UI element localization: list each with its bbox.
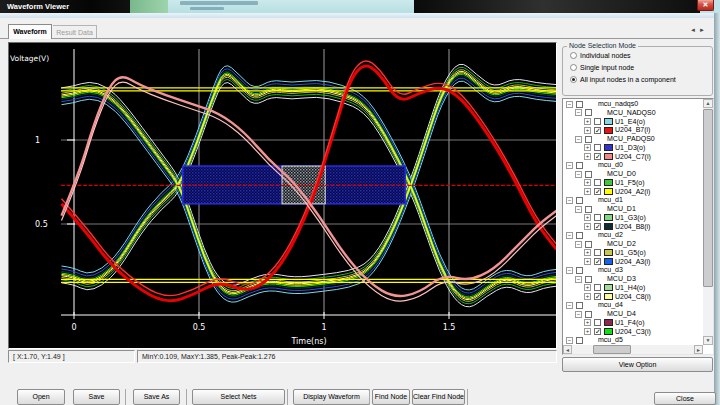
tree-row[interactable]: −mcu_d5 [563,336,704,345]
checkbox[interactable] [594,179,601,186]
tree-row[interactable]: +U1_D3(o) [563,144,704,153]
checkbox[interactable]: ✓ [594,153,601,160]
checkbox[interactable] [576,162,583,169]
scroll-right-icon[interactable]: ► [694,345,703,354]
expand-icon[interactable]: + [584,284,591,291]
tab-scroll-arrows[interactable]: ◄► [690,27,708,33]
checkbox[interactable] [585,206,592,213]
tree-row[interactable]: +U1_G5(o) [563,249,704,258]
expand-icon[interactable]: + [584,328,591,335]
expand-icon[interactable]: + [584,188,591,195]
checkbox[interactable] [585,311,592,318]
tree-row[interactable]: +U1_F5(o) [563,179,704,188]
checkbox[interactable] [585,171,592,178]
tree-row[interactable]: +U1_E4(o) [563,118,704,127]
collapse-icon[interactable]: − [575,206,582,213]
checkbox[interactable] [576,267,583,274]
window-titlebar[interactable]: Waveform Viewer ✕ [0,0,720,13]
radio-icon[interactable] [570,64,577,71]
find-node-button[interactable]: Find Node [372,389,410,405]
collapse-icon[interactable]: − [575,241,582,248]
checkbox[interactable] [594,249,601,256]
tree-row[interactable]: +✓U204_B8(i) [563,223,704,232]
tree-vscroll-thumb[interactable] [703,109,713,287]
checkbox[interactable] [576,101,583,108]
collapse-icon[interactable]: − [575,276,582,283]
collapse-icon[interactable]: − [575,109,582,116]
expand-icon[interactable]: + [584,118,591,125]
save-button[interactable]: Save [73,389,120,405]
collapse-icon[interactable]: − [566,302,573,309]
checkbox[interactable] [594,144,601,151]
tree-row[interactable]: +✓U204_C3(i) [563,328,704,337]
collapse-icon[interactable]: − [566,101,573,108]
checkbox[interactable]: ✓ [594,293,601,300]
checkbox[interactable] [594,284,601,291]
tree-row[interactable]: +✓U204_C8(i) [563,293,704,302]
tree-row[interactable]: −MCU_D4 [563,310,704,319]
expand-icon[interactable]: + [584,214,591,221]
tree-row[interactable]: +U1_G3(o) [563,214,704,223]
close-button[interactable]: Close [654,392,716,405]
tree-row[interactable]: +✓U204_A3(i) [563,258,704,267]
tab-waveform[interactable]: Waveform [8,24,52,39]
checkbox[interactable]: ✓ [594,258,601,265]
tree-row[interactable]: +✓U204_A2(i) [563,188,704,197]
collapse-icon[interactable]: − [566,197,573,204]
checkbox[interactable]: ✓ [594,223,601,230]
collapse-icon[interactable]: − [566,337,573,344]
checkbox[interactable]: ✓ [594,188,601,195]
checkbox[interactable] [594,319,601,326]
expand-icon[interactable]: + [584,153,591,160]
view-option-button[interactable]: View Option [562,357,713,372]
clear-find-node-button[interactable]: Clear Find Node [412,389,465,405]
checkbox[interactable]: ✓ [594,328,601,335]
checkbox[interactable] [585,136,592,143]
tree-row[interactable]: +U1_H4(o) [563,284,704,293]
radio-icon[interactable] [570,52,577,59]
tree-hscroll-thumb[interactable] [593,345,631,354]
display-waveform-button[interactable]: Display Waveform [293,389,370,405]
expand-icon[interactable]: + [584,319,591,326]
checkbox[interactable] [576,232,583,239]
tree-row[interactable]: −mcu_d2 [563,231,704,240]
tree-row[interactable]: −mcu_nadqs0 [563,100,704,109]
collapse-icon[interactable]: − [575,311,582,318]
tree-row[interactable]: −MCU_D1 [563,205,704,214]
tree-hscrollbar[interactable] [563,345,703,354]
collapse-icon[interactable]: − [566,232,573,239]
tree-row[interactable]: −MCU_D2 [563,240,704,249]
checkbox[interactable] [576,337,583,344]
checkbox[interactable] [594,118,601,125]
scroll-down-icon[interactable]: ▼ [703,336,713,345]
expand-icon[interactable]: + [584,144,591,151]
tree-row[interactable]: +✓U204_C7(i) [563,153,704,162]
radio-option-2[interactable]: All input nodes in a component [570,76,676,86]
tree-row[interactable]: −MCU_NADQS0 [563,109,704,118]
collapse-icon[interactable]: − [566,162,573,169]
tree-row[interactable]: −MCU_D3 [563,275,704,284]
checkbox[interactable] [576,197,583,204]
select-nets-button[interactable]: Select Nets [192,389,285,405]
radio-icon[interactable] [570,76,577,83]
expand-icon[interactable]: + [584,223,591,230]
scroll-left-icon[interactable]: ◄ [563,345,572,354]
tree-row[interactable]: +U1_F4(o) [563,319,704,328]
collapse-icon[interactable]: − [566,267,573,274]
tree-row[interactable]: −mcu_d1 [563,196,704,205]
collapse-icon[interactable]: − [575,136,582,143]
node-tree[interactable]: −mcu_nadqs0−MCU_NADQS0+U1_E4(o)+✓U204_B7… [562,98,714,355]
scroll-up-icon[interactable]: ▲ [703,99,713,108]
checkbox[interactable]: ✓ [594,127,601,134]
expand-icon[interactable]: + [584,179,591,186]
radio-option-1[interactable]: Single input node [570,64,634,74]
checkbox[interactable] [585,109,592,116]
expand-icon[interactable]: + [584,249,591,256]
window-close-button[interactable]: ✕ [697,0,714,11]
save-as-button[interactable]: Save As [133,389,180,405]
waveform-plot[interactable]: Voltage(V)00.511.510.5Time(ns) [8,42,557,349]
tree-row[interactable]: −MCU_PADQS0 [563,135,704,144]
checkbox[interactable] [585,241,592,248]
expand-icon[interactable]: + [584,258,591,265]
checkbox[interactable] [585,276,592,283]
